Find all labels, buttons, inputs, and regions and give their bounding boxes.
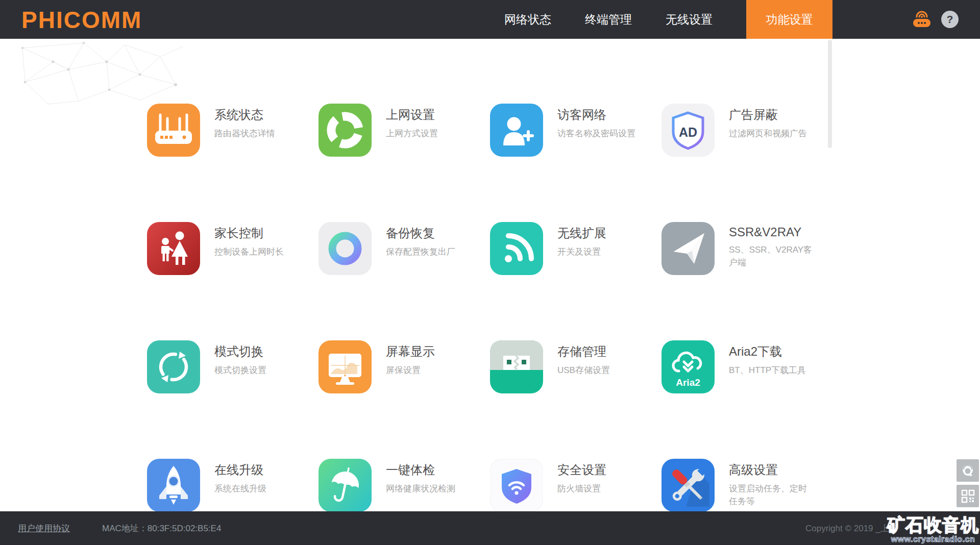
tile-subtitle: 访客名称及密码设置	[557, 128, 643, 140]
ad-badge: AD	[679, 125, 697, 139]
tile-title: SSR&V2RAY	[729, 225, 819, 239]
tile-wireless-extend[interactable]: 无线扩展 开关及设置	[490, 222, 662, 340]
content-area: 系统状态 路由器状态详情 上网设置 上网方式设置	[0, 39, 980, 511]
tile-subtitle: 控制设备上网时长	[214, 246, 300, 259]
qr-code-icon	[961, 489, 975, 503]
tile-title: 安全设置	[557, 462, 647, 478]
ad-shield-icon: AD	[662, 104, 715, 157]
tile-title: 存储管理	[557, 343, 647, 360]
tile-screen-display[interactable]: 屏幕显示 屏保设置	[318, 340, 490, 459]
top-navbar: PHICOMM 网络状态 终端管理 无线设置 功能设置 ?	[0, 0, 980, 39]
security-shield-icon	[490, 459, 543, 512]
wifi-extend-icon	[490, 222, 543, 275]
nav-function-settings[interactable]: 功能设置	[746, 0, 832, 39]
tile-title: 家长控制	[214, 225, 304, 241]
watermark-url: www.crystalradio.cn	[887, 535, 979, 544]
tile-ssr-v2ray[interactable]: SSR&V2RAY SS、SSR、V2RAY客户端	[662, 222, 833, 340]
headset-icon	[961, 463, 975, 478]
qr-code-button[interactable]	[957, 485, 979, 507]
tile-subtitle: USB存储设置	[557, 364, 643, 377]
tile-subtitle: SS、SSR、V2RAY客户端	[729, 244, 815, 269]
constellation-decoration	[7, 39, 183, 109]
tile-subtitle: 屏保设置	[386, 364, 472, 377]
tile-ad-block[interactable]: AD 广告屏蔽 过滤网页和视频广告	[662, 104, 833, 222]
usb-storage-icon	[490, 340, 543, 393]
monitor-icon	[318, 340, 372, 393]
tile-subtitle: 设置启动任务、定时任务等	[729, 483, 815, 508]
tile-title: 广告屏蔽	[729, 107, 819, 123]
vertical-scrollbar-thumb[interactable]	[828, 40, 832, 148]
router-icon	[147, 104, 200, 157]
tile-subtitle: 防火墙设置	[557, 483, 643, 496]
router-status-icon[interactable]	[912, 10, 932, 32]
tile-aria2-download[interactable]: Aria2 Aria2下载 BT、HTTP下载工具	[662, 340, 833, 459]
tile-mode-switch[interactable]: 模式切换 模式切换设置	[147, 340, 318, 459]
tile-title: 模式切换	[214, 343, 304, 360]
tile-subtitle: 模式切换设置	[214, 364, 300, 377]
tile-title: 屏幕显示	[386, 343, 476, 360]
tile-title: 访客网络	[557, 107, 647, 123]
tile-storage-management[interactable]: 存储管理 USB存储设置	[490, 340, 662, 459]
tile-title: 备份恢复	[386, 225, 476, 241]
cloud-download-icon: Aria2	[662, 340, 715, 393]
tools-icon	[662, 459, 715, 512]
internet-mode-icon	[318, 104, 372, 157]
tile-subtitle: 开关及设置	[557, 246, 643, 259]
tile-title: 高级设置	[729, 462, 819, 478]
tile-internet-settings[interactable]: 上网设置 上网方式设置	[318, 104, 490, 222]
tile-title: 系统状态	[214, 107, 304, 123]
tile-subtitle: 保存配置恢复出厂	[386, 246, 472, 259]
crystalradio-watermark: 矿石收音机 www.crystalradio.cn	[887, 516, 979, 544]
nav-network-status[interactable]: 网络状态	[504, 12, 551, 28]
tile-subtitle: 上网方式设置	[386, 128, 472, 140]
tile-system-status[interactable]: 系统状态 路由器状态详情	[147, 104, 318, 222]
aria2-badge: Aria2	[676, 377, 700, 388]
watermark-title: 矿石收音机	[887, 516, 979, 535]
feature-grid: 系统状态 路由器状态详情 上网设置 上网方式设置	[147, 104, 833, 545]
nav-wireless-settings[interactable]: 无线设置	[666, 12, 713, 28]
tile-subtitle: 路由器状态详情	[214, 128, 300, 140]
tile-title: 无线扩展	[557, 225, 647, 241]
tile-parental-control[interactable]: 家长控制 控制设备上网时长	[147, 222, 318, 340]
tile-subtitle: 系统在线升级	[214, 483, 300, 496]
tile-title: 上网设置	[386, 107, 476, 123]
paper-plane-icon	[662, 222, 715, 275]
footer-bar: 用户使用协议 MAC地址：80:3F:5D:02:B5:E4 Copyright…	[0, 511, 980, 545]
user-agreement-link[interactable]: 用户使用协议	[18, 523, 70, 534]
tile-guest-network[interactable]: 访客网络 访客名称及密码设置	[490, 104, 662, 222]
support-button[interactable]	[957, 459, 979, 482]
guest-user-icon	[490, 104, 543, 157]
backup-ring-icon	[318, 222, 372, 275]
tile-title: Aria2下载	[729, 343, 819, 360]
tile-subtitle: BT、HTTP下载工具	[729, 364, 815, 377]
main-nav: 网络状态 终端管理 无线设置 功能设置	[504, 0, 832, 39]
mac-address: MAC地址：80:3F:5D:02:B5:E4	[102, 523, 221, 534]
tile-subtitle: 过滤网页和视频广告	[729, 128, 815, 140]
tile-title: 在线升级	[214, 462, 304, 478]
umbrella-icon	[318, 459, 372, 512]
nav-terminal-management[interactable]: 终端管理	[585, 12, 632, 28]
help-icon[interactable]: ?	[941, 11, 959, 28]
tile-subtitle: 网络健康状况检测	[386, 483, 472, 496]
parents-icon	[147, 222, 200, 275]
mode-switch-icon	[147, 340, 200, 393]
copyright-text: Copyright © 2019 _上	[805, 523, 889, 534]
rocket-icon	[147, 459, 200, 512]
phicomm-logo: PHICOMM	[21, 6, 142, 34]
tile-title: 一键体检	[386, 462, 476, 478]
tile-backup-restore[interactable]: 备份恢复 保存配置恢复出厂	[318, 222, 490, 340]
